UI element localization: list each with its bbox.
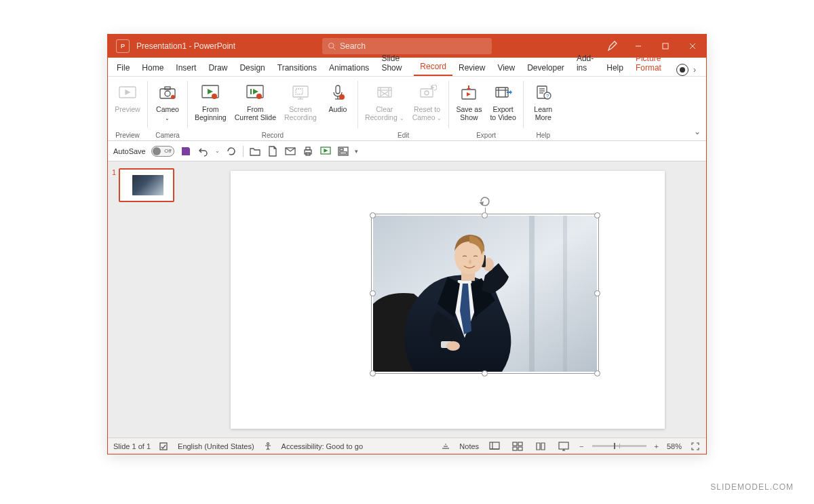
undo-icon[interactable] — [197, 145, 210, 157]
notes-icon — [440, 441, 451, 452]
spell-check-icon[interactable] — [159, 441, 170, 452]
resize-handle-se[interactable] — [594, 370, 600, 376]
open-icon[interactable] — [249, 145, 261, 157]
resize-handle-ne[interactable] — [594, 212, 600, 218]
svg-point-14 — [212, 94, 217, 99]
tab-developer[interactable]: Developer — [521, 60, 570, 76]
tab-animations[interactable]: Animations — [323, 60, 375, 76]
from-current-slide-label: From Current Slide — [235, 105, 276, 121]
slide-editor[interactable] — [189, 161, 706, 438]
tab-transitions[interactable]: Transitions — [271, 60, 323, 76]
new-icon[interactable] — [267, 145, 279, 157]
tab-file[interactable]: File — [111, 60, 136, 76]
search-icon — [328, 42, 336, 50]
accessibility-icon — [263, 441, 273, 452]
slideshow-view-button[interactable] — [556, 440, 571, 452]
resize-handle-s[interactable] — [482, 370, 488, 376]
from-current-slide-button[interactable]: From Current Slide — [232, 81, 279, 123]
save-as-show-button[interactable]: Save as Show — [453, 81, 484, 123]
slide-thumbnail-1[interactable] — [119, 168, 174, 202]
draw-pen-icon[interactable] — [600, 41, 625, 52]
svg-marker-17 — [253, 89, 258, 94]
from-beginning-qat-icon[interactable] — [319, 145, 332, 157]
autosave-toggle[interactable]: Off — [151, 146, 174, 157]
search-placeholder: Search — [340, 41, 366, 51]
powerpoint-icon: P — [116, 39, 130, 53]
ribbon-group-export: Save as Show Export to Video Export — [449, 77, 522, 140]
svg-rect-73 — [160, 443, 167, 450]
ribbon-overflow-icon[interactable]: › — [690, 65, 699, 75]
tab-record[interactable]: Record — [414, 59, 452, 76]
tab-view[interactable]: View — [491, 60, 521, 76]
notes-button[interactable]: Notes — [459, 442, 479, 450]
tab-home[interactable]: Home — [136, 60, 170, 76]
resize-handle-e[interactable] — [594, 290, 600, 296]
audio-button[interactable]: Audio — [322, 81, 353, 115]
ribbon-collapse-icon[interactable]: ⌄ — [694, 127, 701, 136]
tab-insert[interactable]: Insert — [170, 60, 202, 76]
tab-draw[interactable]: Draw — [202, 60, 233, 76]
preview-label: Preview — [115, 105, 140, 113]
layout-icon[interactable] — [337, 145, 349, 157]
slide-canvas[interactable] — [231, 171, 665, 429]
svg-rect-19 — [293, 86, 308, 97]
redo-icon[interactable] — [225, 145, 237, 157]
resize-handle-w[interactable] — [370, 290, 376, 296]
resize-handle-n[interactable] — [482, 212, 488, 218]
accessibility-status[interactable]: Accessibility: Good to go — [282, 442, 363, 450]
reset-to-cameo-button[interactable]: Reset to Cameo ⌄ — [410, 81, 445, 123]
clear-recording-button[interactable]: Clear Recording ⌄ — [362, 81, 407, 123]
screen-recording-label: Screen Recording — [284, 105, 317, 121]
quick-print-icon[interactable] — [302, 145, 314, 157]
save-icon[interactable] — [180, 145, 192, 157]
tab-slide-show[interactable]: Slide Show — [375, 51, 414, 76]
cameo-button[interactable]: Cameo⌄ — [152, 81, 183, 123]
group-label-edit: Edit — [362, 130, 445, 140]
resize-handle-nw[interactable] — [370, 212, 376, 218]
slide-thumbnail-panel: 1 — [108, 161, 189, 438]
reset-to-cameo-label: Reset to Cameo ⌄ — [412, 105, 442, 121]
zoom-slider[interactable] — [592, 445, 646, 447]
email-icon[interactable] — [284, 145, 296, 157]
normal-view-button[interactable] — [487, 440, 502, 452]
svg-point-26 — [339, 94, 345, 100]
tab-design[interactable]: Design — [233, 60, 271, 76]
ribbon-group-preview: Preview Preview — [108, 77, 147, 140]
save-as-show-label: Save as Show — [456, 105, 482, 121]
reading-view-button[interactable] — [533, 440, 548, 452]
svg-point-18 — [256, 94, 262, 99]
quick-access-toolbar: AutoSave Off ⌄ ▾ — [108, 141, 706, 161]
group-label-camera: Camera — [152, 130, 183, 140]
preview-button[interactable]: Preview — [112, 81, 143, 115]
from-beginning-button[interactable]: From Beginning — [192, 81, 229, 123]
export-to-video-button[interactable]: Export to Video — [487, 81, 518, 123]
tab-add-ins[interactable]: Add-ins — [570, 51, 600, 76]
svg-rect-3 — [663, 43, 668, 49]
tab-review[interactable]: Review — [452, 60, 491, 76]
slide-counter[interactable]: Slide 1 of 1 — [113, 442, 151, 450]
screen-recording-button[interactable]: Screen Recording — [282, 81, 319, 123]
resize-handle-sw[interactable] — [370, 370, 376, 376]
svg-rect-84 — [518, 447, 522, 450]
autosave-label: AutoSave — [113, 147, 146, 155]
zoom-out-button[interactable]: − — [579, 442, 583, 450]
zoom-in-button[interactable]: + — [655, 442, 659, 450]
selected-picture[interactable] — [373, 216, 597, 379]
fit-to-window-button[interactable] — [690, 441, 701, 452]
language-status[interactable]: English (United States) — [178, 442, 254, 450]
slide-sorter-view-button[interactable] — [510, 440, 525, 452]
thumbnail-number: 1 — [112, 168, 116, 202]
svg-point-0 — [329, 43, 334, 49]
tab-help[interactable]: Help — [600, 60, 629, 76]
qat-customize-icon[interactable]: ▾ — [355, 148, 358, 155]
zoom-level[interactable]: 58% — [667, 442, 682, 450]
close-button[interactable] — [679, 35, 706, 58]
svg-rect-54 — [306, 147, 310, 150]
learn-more-button[interactable]: ? Learn More — [528, 81, 559, 123]
svg-marker-37 — [467, 92, 471, 96]
rotate-handle[interactable] — [479, 195, 491, 208]
svg-line-1 — [333, 47, 335, 50]
tab-picture-format[interactable]: Picture Format — [629, 51, 676, 76]
record-indicator-icon[interactable] — [676, 64, 689, 76]
svg-marker-35 — [431, 86, 433, 89]
